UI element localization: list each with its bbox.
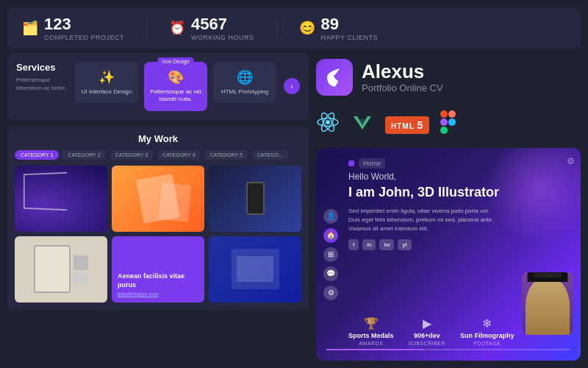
services-label-column: Services Pellentesque bibendum ac tortor… <box>16 62 68 92</box>
alexus-text-block: Alexus Portfolio Online CV <box>362 62 443 93</box>
work-item-5-title: Aenean facilisis vitae purus <box>118 272 198 289</box>
stat-completed-projects: 🗂️ 123 Completed Project <box>22 15 124 41</box>
happy-clients-icon: 😊 <box>299 20 315 36</box>
gear-button[interactable]: ⚙ <box>567 154 575 167</box>
footage-number: Sun Filmography <box>460 332 514 339</box>
gear-icon: ⚙ <box>567 156 575 166</box>
portfolio-heading: I am John, 3D Illustrator <box>348 185 570 201</box>
alexus-header: Alexus Portfolio Online CV <box>316 53 581 102</box>
svg-rect-7 <box>448 110 456 118</box>
svg-rect-6 <box>440 110 448 118</box>
portfolio-greeting: Hello World, <box>348 171 570 182</box>
working-hours-icon: ⏰ <box>169 20 185 36</box>
service-card-ui[interactable]: ✨ UI Interface Design <box>75 62 138 103</box>
subscriber-label: SUBSCRIBER <box>409 341 446 346</box>
left-panel: Services Pellentesque bibendum ac tortor… <box>7 53 309 361</box>
portfolio-social: f in tw yt <box>348 239 570 250</box>
brand-accent <box>348 160 354 166</box>
react-icon <box>316 110 340 139</box>
subscriber-number: 906+dev <box>414 332 440 339</box>
svg-rect-9 <box>440 127 448 134</box>
nav-chat-icon[interactable]: 💬 <box>323 266 338 281</box>
completed-projects-number: 123 <box>44 15 124 34</box>
alexus-subtitle: Portfolio Online CV <box>362 82 443 93</box>
nav-person-icon[interactable]: 👤 <box>323 209 338 224</box>
ui-design-icon: ✨ <box>81 69 132 85</box>
work-grid: Aenean facilisis vitae purus linkofthisi… <box>15 166 301 302</box>
html5-badge: HTML 5 <box>385 116 429 134</box>
nav-home-icon[interactable]: 🏠 <box>323 228 338 243</box>
work-item-5-featured[interactable]: Aenean facilisis vitae purus linkofthisi… <box>112 236 204 302</box>
work-item-1[interactable] <box>15 166 107 232</box>
services-cards: ✨ UI Interface Design Icon Design 🎨 Pell… <box>75 62 276 111</box>
service-card-icon-design[interactable]: Icon Design 🎨 Pellentesque ac vel blandi… <box>144 62 207 111</box>
portfolio-card: ⚙ 👤 🏠 ⊞ 💬 ⚙ Home Hello World, I am John,… <box>316 148 581 361</box>
completed-projects-icon: 🗂️ <box>22 20 38 36</box>
right-panel: Alexus Portfolio Online CV HTML 5 <box>309 53 581 361</box>
social-twitter[interactable]: tw <box>379 239 394 250</box>
service-card-html[interactable]: 🌐 HTML Prototyping <box>213 62 276 103</box>
working-hours-number: 4567 <box>191 15 254 34</box>
category-tab-2[interactable]: CATEGORY 2 <box>62 150 106 160</box>
portfolio-stat-subscriber: ▶ 906+dev SUBSCRIBER <box>409 316 446 346</box>
work-item-2[interactable] <box>112 166 204 232</box>
category-tab-1[interactable]: CATEGORY 1 <box>15 150 59 160</box>
category-tabs: CATEGORY 1 CATEGORY 2 CATEGORY 3 CATEGOR… <box>15 150 301 160</box>
services-title: Services <box>16 62 68 73</box>
work-item-6[interactable] <box>209 236 301 302</box>
nav-settings-icon[interactable]: ⚙ <box>323 286 338 300</box>
social-facebook[interactable]: f <box>348 239 359 250</box>
category-tab-5[interactable]: CATEGORY 5 <box>204 150 248 160</box>
svg-point-10 <box>448 118 456 126</box>
html-icon: 🌐 <box>219 69 270 85</box>
my-work-section: My Work CATEGORY 1 CATEGORY 2 CATEGORY 3… <box>7 126 309 310</box>
icon-design-icon: 🎨 <box>150 69 201 85</box>
svg-point-0 <box>326 120 330 124</box>
home-label: Home <box>359 158 385 169</box>
nav-grid-icon[interactable]: ⊞ <box>323 247 338 262</box>
category-tab-3[interactable]: CATEGORY 3 <box>110 150 154 160</box>
portfolio-stat-footage: ❄ Sun Filmography FOOTAGE <box>460 316 514 346</box>
social-linkedin[interactable]: in <box>362 239 376 250</box>
services-section: Services Pellentesque bibendum ac tortor… <box>7 53 309 120</box>
icon-design-badge: Icon Design <box>158 57 194 66</box>
figma-icon <box>440 110 456 139</box>
work-item-4[interactable] <box>15 236 107 302</box>
portfolio-stat-awards: 🏆 Sports Medals AWARDS <box>348 316 394 346</box>
working-hours-label: Working Hours <box>191 34 254 41</box>
stat-working-hours: ⏰ 4567 Working Hours <box>169 15 254 41</box>
subscriber-icon: ▶ <box>423 316 431 330</box>
ui-design-label: UI Interface Design <box>81 88 132 96</box>
stat-happy-clients: 😊 89 Happy Clients <box>299 15 378 41</box>
portfolio-nav: 👤 🏠 ⊞ 💬 ⚙ <box>323 209 338 300</box>
stat-divider-1 <box>146 17 147 39</box>
vue-icon <box>351 110 374 139</box>
awards-label: AWARDS <box>359 341 383 346</box>
alexus-logo <box>316 59 353 96</box>
html-label: HTML Prototyping <box>219 88 270 96</box>
awards-number: Sports Medals <box>348 332 394 339</box>
category-tab-4[interactable]: CATEGORY 4 <box>157 150 201 160</box>
footage-icon: ❄ <box>482 316 492 330</box>
progress-fill <box>326 349 424 350</box>
category-tab-6[interactable]: CATEGO... <box>251 150 289 160</box>
next-button[interactable]: › <box>284 78 300 94</box>
icon-design-label: Pellentesque ac vel blandit nulla. <box>150 88 201 104</box>
my-work-title: My Work <box>15 133 301 144</box>
stats-bar: 🗂️ 123 Completed Project ⏰ 4567 Working … <box>7 7 581 49</box>
portfolio-avatar <box>522 272 573 335</box>
svg-rect-8 <box>440 118 448 126</box>
social-youtube[interactable]: yt <box>398 239 411 250</box>
alexus-name: Alexus <box>362 62 443 81</box>
happy-clients-number: 89 <box>321 15 378 34</box>
happy-clients-label: Happy Clients <box>321 34 378 41</box>
work-item-5-link[interactable]: linkofthisitem.com <box>118 291 198 297</box>
services-description: Pellentesque bibendum ac tortor. <box>16 76 68 92</box>
completed-projects-label: Completed Project <box>44 34 124 41</box>
work-item-3[interactable] <box>209 166 301 232</box>
footage-label: FOOTAGE <box>473 341 501 346</box>
stat-divider-2 <box>276 17 277 39</box>
main-content: Services Pellentesque bibendum ac tortor… <box>0 53 588 368</box>
progress-bar <box>326 349 570 350</box>
portfolio-description: Sed imperdiet enim ligula, vitae viverra… <box>348 207 495 233</box>
